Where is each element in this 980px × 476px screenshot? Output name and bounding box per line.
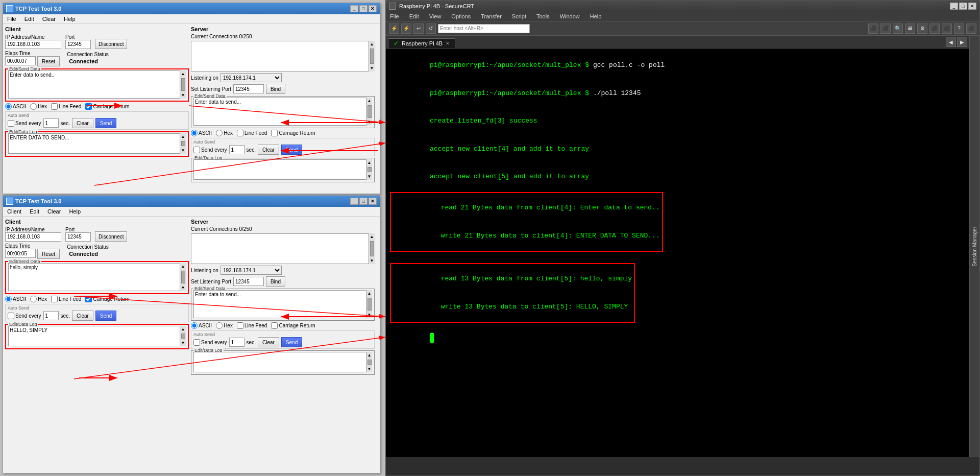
server-linefeed-check-top[interactable]: Line Feed [237,130,267,136]
toolbar-btn-4[interactable]: ↺ [426,23,436,34]
port-input-top[interactable] [65,40,91,49]
reset-btn-top[interactable]: Reset [37,56,60,66]
connections-scroll-top[interactable]: ▲ ▼ [369,41,375,72]
server-ascii-radio-bottom[interactable]: ASCII [191,322,212,329]
set-port-input-bottom[interactable] [233,277,264,286]
edit-send-textarea-top[interactable]: Enter data to send.. [8,70,186,99]
send-every-check-top[interactable]: Send every [8,120,41,127]
hex-radio-top[interactable]: Hex [30,103,47,110]
menu-help-bottom[interactable]: Help [67,208,83,215]
edit-send-scroll-top[interactable]: ▲ ▼ [180,70,186,99]
server-ascii-radio-top[interactable]: ASCII [191,130,212,136]
conn-scroll-up-bottom[interactable]: ▲ [369,233,375,240]
toolbar-btn-help[interactable]: ? [954,23,964,34]
terminal-tab-pi4b[interactable]: ✓ Raspberry Pi 4B ✕ [388,38,455,48]
log-scroll-up-bottom[interactable]: ▲ [180,326,186,332]
carriage-check-top[interactable]: Carriage Return [85,103,129,110]
elaps-value-top[interactable] [5,56,36,65]
terminal-menu-tools[interactable]: Tools [534,13,552,20]
terminal-menu-file[interactable]: File [388,13,401,20]
toolbar-btn-print[interactable]: 🖶 [905,23,915,34]
minimize-btn-top[interactable]: _ [350,5,358,12]
toolbar-btn-key[interactable]: ⬛ [966,23,976,34]
edit-log-textarea-top[interactable]: ENTER DATA TO SEND... [8,133,186,154]
elaps-value-bottom[interactable] [5,249,36,258]
close-btn-bottom[interactable]: ✕ [369,198,377,205]
server-log-scroll-down-top[interactable]: ▼ [366,173,373,180]
toolbar-btn-find[interactable]: 🔍 [893,23,903,34]
disconnect-btn-top[interactable]: Disconnect [95,39,127,49]
terminal-menu-options[interactable]: Options [449,13,473,20]
port-input-bottom[interactable] [65,232,91,242]
toolbar-btn-paste[interactable]: ⬛ [880,23,891,34]
server-scroll-up-top[interactable]: ▲ [366,98,373,104]
log-scroll-down-bottom[interactable]: ▼ [180,340,186,346]
titlebar-controls-top[interactable]: _ □ ✕ [350,5,377,12]
server-hex-radio-top[interactable]: Hex [216,130,233,136]
clear-btn-bottom[interactable]: Clear [72,311,93,321]
set-port-input-top[interactable] [233,84,264,93]
server-clear-btn-bottom[interactable]: Clear [258,337,279,347]
scroll-down-bottom[interactable]: ▼ [180,284,186,291]
linefeed-check-bottom[interactable]: Line Feed [51,296,81,302]
tab-next-btn[interactable]: ▶ [957,37,967,47]
server-log-scroll-up-top[interactable]: ▲ [366,159,373,166]
conn-scroll-down-top[interactable]: ▼ [369,65,375,72]
server-edit-send-textarea-top[interactable]: Enter data to send... [193,98,372,126]
server-send-btn-bottom[interactable]: Send [281,337,302,347]
conn-scroll-down-bottom[interactable]: ▼ [369,257,375,264]
ascii-radio-top[interactable]: ASCII [5,103,26,110]
terminal-titlebar-controls[interactable]: _ □ ✕ [950,3,976,10]
server-carriage-check-top[interactable]: Carriage Return [271,130,315,136]
edit-send-textarea-bottom[interactable]: hello, simply [8,263,186,291]
terminal-menu-help[interactable]: Help [588,13,604,20]
sec-input-top[interactable] [43,118,59,128]
menu-help-top[interactable]: Help [62,15,78,22]
bind-btn-bottom[interactable]: Bind [266,276,285,287]
log-scroll-up-top[interactable]: ▲ [180,133,186,140]
scroll-down-top[interactable]: ▼ [180,92,186,99]
server-send-every-check-bottom[interactable]: Send every [193,339,227,346]
server-edit-log-textarea-bottom[interactable] [193,352,372,372]
server-send-btn-top[interactable]: Send [281,145,302,155]
menu-clear-top[interactable]: Clear [40,15,58,22]
edit-send-scroll-bottom[interactable]: ▲ ▼ [180,263,186,291]
toolbar-btn-copy[interactable]: ⬛ [868,23,878,34]
close-btn-top[interactable]: ✕ [369,5,377,12]
server-log-scroll-up-bottom[interactable]: ▲ [366,352,373,359]
server-scroll-down-bottom[interactable]: ▼ [366,312,373,318]
conn-scroll-up-top[interactable]: ▲ [369,41,375,47]
hex-radio-bottom[interactable]: Hex [30,296,47,302]
server-scroll-down-top[interactable]: ▼ [366,119,373,126]
send-btn-bottom[interactable]: Send [95,311,116,321]
log-scroll-top[interactable]: ▲ ▼ [180,133,186,154]
listening-select-top[interactable]: 192.168.174.1 [220,73,282,82]
terminal-content[interactable]: pi@raspberrypi:~/apue/socket/mult_plex $… [386,49,969,457]
server-edit-scroll-bottom[interactable]: ▲ ▼ [366,290,372,318]
server-sec-input-top[interactable] [229,145,244,154]
toolbar-btn-sftp[interactable]: ⬛ [929,23,940,34]
ip-input-top[interactable] [5,40,61,49]
sec-input-bottom[interactable] [43,311,59,320]
toolbar-btn-forward[interactable]: ⬛ [942,23,952,34]
toolbar-btn-settings[interactable]: ⚙ [917,23,927,34]
tab-close-btn[interactable]: ✕ [446,41,450,46]
server-scroll-up-bottom[interactable]: ▲ [366,290,373,297]
server-hex-radio-bottom[interactable]: Hex [216,322,233,329]
log-scroll-bottom[interactable]: ▲ ▼ [180,326,186,346]
server-sec-input-bottom[interactable] [229,338,244,347]
terminal-maximize-btn[interactable]: □ [959,3,967,10]
server-log-scroll-bottom[interactable]: ▲ ▼ [366,352,372,372]
server-edit-scroll-top[interactable]: ▲ ▼ [366,98,372,126]
send-btn-top[interactable]: Send [95,118,116,128]
toolbar-btn-1[interactable]: ⚡ [389,23,399,34]
menu-edit-top[interactable]: Edit [22,15,36,22]
server-clear-btn-top[interactable]: Clear [258,145,279,155]
minimize-btn-bottom[interactable]: _ [350,198,358,205]
connections-scroll-bottom[interactable]: ▲ ▼ [369,233,375,264]
terminal-menu-window[interactable]: Window [558,13,582,20]
terminal-menu-script[interactable]: Script [510,13,528,20]
reset-btn-bottom[interactable]: Reset [37,249,60,259]
carriage-check-bottom[interactable]: Carriage Return [85,296,129,302]
toolbar-btn-2[interactable]: ⚡ [401,23,411,34]
